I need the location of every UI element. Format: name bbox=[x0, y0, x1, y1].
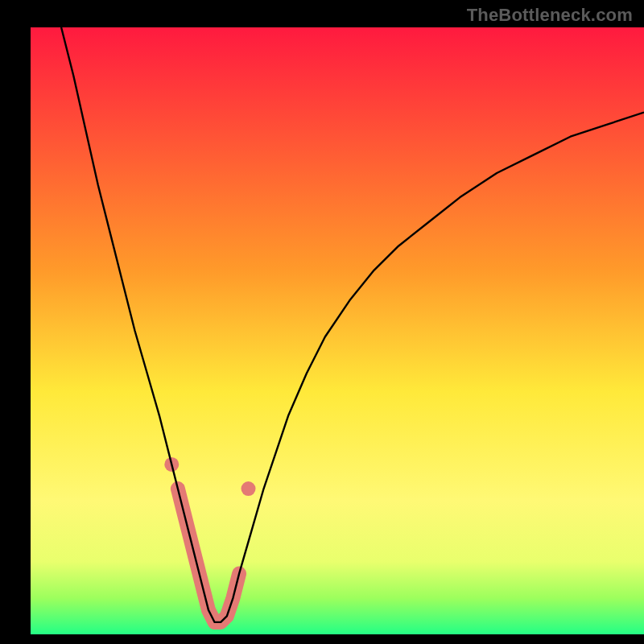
highlight-dot-1 bbox=[242, 481, 256, 496]
plot-background bbox=[31, 27, 644, 634]
watermark-text: TheBottleneck.com bbox=[467, 5, 633, 26]
chart-container: TheBottleneck.com bbox=[0, 0, 644, 644]
bottleneck-chart bbox=[0, 0, 644, 644]
